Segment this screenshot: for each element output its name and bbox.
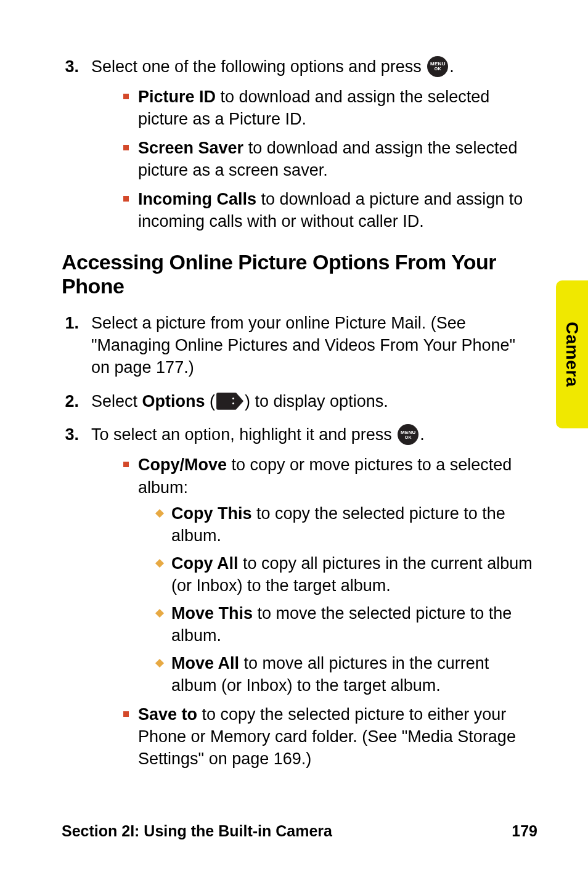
menu-ok-icon: MENUOK <box>398 424 419 445</box>
step-pre-text: To select an option, highlight it and pr… <box>91 425 396 444</box>
option-name: Copy All <box>171 554 239 573</box>
option-name: Move All <box>171 654 239 672</box>
list-item: 3. To select an option, highlight it and… <box>62 423 537 777</box>
step-content: Select one of the following options and … <box>91 55 537 239</box>
option-name: Save to <box>138 705 197 724</box>
footer-section-label: Section 2I: Using the Built-in Camera <box>62 822 332 840</box>
sub-bullet-list: Picture ID to download and assign the se… <box>91 86 537 233</box>
list-item: Screen Saver to download and assign the … <box>123 137 537 182</box>
list-item: Incoming Calls to download a picture and… <box>123 188 537 233</box>
sub-sub-bullet-list: Copy This to copy the selected picture t… <box>138 502 537 697</box>
list-item: 2. Select Options () to display options. <box>62 390 537 412</box>
top-numbered-list: 3. Select one of the following options a… <box>62 55 537 239</box>
list-item: Save to to copy the selected picture to … <box>123 703 537 770</box>
sub-bullet-list: Copy/Move to copy or move pictures to a … <box>91 454 537 770</box>
step-content: Select Options () to display options. <box>91 390 537 412</box>
list-item: 3. Select one of the following options a… <box>62 55 537 239</box>
step-lead-text: Select one of the following options and … <box>91 57 426 76</box>
step-number: 1. <box>62 312 79 379</box>
step-number: 2. <box>62 390 79 412</box>
option-name: Picture ID <box>138 88 216 106</box>
section-heading: Accessing Online Picture Options From Yo… <box>62 250 537 298</box>
step-content: Select a picture from your online Pictur… <box>91 312 537 379</box>
step-pre-text: Select <box>91 392 142 410</box>
option-name: Screen Saver <box>138 139 243 157</box>
side-tab-label: Camera <box>562 322 582 387</box>
page-footer: Section 2I: Using the Built-in Camera 17… <box>62 822 537 840</box>
list-item: Copy This to copy the selected picture t… <box>157 502 537 547</box>
option-name: Move This <box>171 604 253 623</box>
options-label: Options <box>142 392 205 410</box>
list-item: Move This to move the selected picture t… <box>157 602 537 647</box>
step-post-text: ) to display options. <box>245 392 388 410</box>
list-item: 1. Select a picture from your online Pic… <box>62 312 537 379</box>
list-item: Copy All to copy all pictures in the cur… <box>157 552 537 597</box>
right-soft-key-icon <box>216 393 243 410</box>
step-mid-text: ( <box>205 392 216 410</box>
list-item: Move All to move all pictures in the cur… <box>157 652 537 697</box>
option-name: Copy/Move <box>138 455 227 474</box>
list-item: Copy/Move to copy or move pictures to a … <box>123 454 537 696</box>
step-number: 3. <box>62 423 79 777</box>
step-post-text: . <box>420 425 425 444</box>
side-tab: Camera <box>556 280 588 428</box>
page-content: 3. Select one of the following options a… <box>0 0 588 777</box>
step-text: Select a picture from your online Pictur… <box>91 314 515 377</box>
option-name: Copy This <box>171 504 252 523</box>
option-name: Incoming Calls <box>138 190 256 208</box>
step-tail-text: . <box>449 57 454 76</box>
main-numbered-list: 1. Select a picture from your online Pic… <box>62 312 537 777</box>
list-item: Picture ID to download and assign the se… <box>123 86 537 131</box>
step-number: 3. <box>62 55 79 239</box>
step-content: To select an option, highlight it and pr… <box>91 423 537 777</box>
menu-ok-icon: MENUOK <box>427 56 448 77</box>
footer-page-number: 179 <box>512 822 537 840</box>
